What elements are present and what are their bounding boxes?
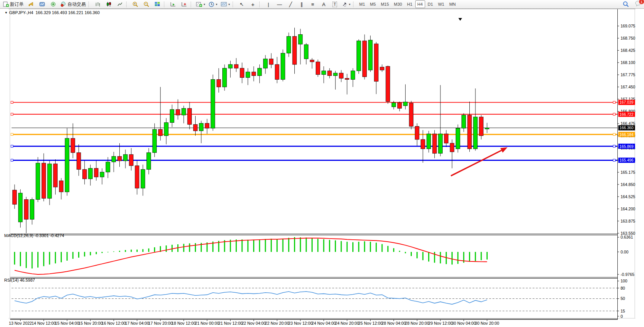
- timeframe-d1-button[interactable]: D1: [426, 0, 435, 8]
- indicators-button[interactable]: ▾: [194, 0, 207, 8]
- trendline-tool-button[interactable]: ╱: [285, 0, 296, 8]
- horizontal-line-icon: —: [277, 2, 282, 7]
- zoom-out-icon: [143, 2, 149, 7]
- toolbar-separator: [353, 2, 355, 7]
- timeframe-m1-button[interactable]: M1: [357, 0, 367, 8]
- vertical-line-icon: |: [268, 2, 269, 7]
- svg-text:80: 80: [620, 286, 625, 290]
- zoom-out-button[interactable]: [141, 0, 152, 8]
- timeframe-m15-button[interactable]: M15: [379, 0, 391, 8]
- chart-shift-icon: [181, 2, 187, 7]
- timeframe-m30-button[interactable]: M30: [392, 0, 404, 8]
- signal-icon: [50, 2, 56, 7]
- equidistant-channel-icon: ∥: [300, 2, 303, 7]
- channel-tool-button[interactable]: ∥: [296, 0, 307, 8]
- autotrading-icon: [60, 2, 66, 7]
- timeframe-w1-button[interactable]: W1: [436, 0, 447, 8]
- tile-windows-icon: [154, 2, 161, 7]
- arrows-tool-button[interactable]: ▾: [340, 0, 352, 8]
- mt4-window: 新订单 自动交易: [0, 0, 644, 327]
- auto-scroll-icon: [170, 2, 176, 7]
- fibonacci-tool-button[interactable]: ≡: [307, 0, 318, 8]
- chart-window: 169.075168.750168.425168.100167.775167.4…: [0, 9, 644, 327]
- signal-button[interactable]: [48, 0, 58, 8]
- autotrading-button[interactable]: 自动交易: [59, 0, 87, 8]
- timeframe-h4-button[interactable]: H4: [415, 0, 425, 8]
- toolbar-right-group: 1: [620, 0, 642, 8]
- svg-text:0: 0: [620, 314, 623, 319]
- fibonacci-icon: ≡: [311, 2, 314, 7]
- time-axis[interactable]: [0, 319, 626, 327]
- indicators-icon: [196, 2, 202, 7]
- new-order-icon: [3, 2, 9, 7]
- toolbar-separator: [259, 2, 261, 7]
- auto-scroll-button[interactable]: [168, 0, 178, 8]
- cursor-icon: ↖: [240, 2, 244, 7]
- periods-button[interactable]: ▾: [207, 0, 219, 8]
- tile-windows-button[interactable]: [152, 0, 163, 8]
- terminal-button[interactable]: [37, 0, 47, 8]
- arrow-shapes-icon: [342, 2, 347, 7]
- chevron-down-icon: ▾: [204, 3, 205, 6]
- trendline-icon: ╱: [289, 2, 292, 7]
- templates-icon: [221, 2, 227, 7]
- cursor-tool-button[interactable]: ↖: [236, 0, 247, 8]
- price-axis[interactable]: [626, 9, 644, 319]
- search-icon: [623, 1, 629, 7]
- terminal-icon: [39, 2, 45, 7]
- search-button[interactable]: [620, 0, 631, 8]
- clock-icon: [209, 2, 214, 7]
- svg-text:15: 15: [620, 309, 625, 313]
- notification-badge: 1: [639, 0, 644, 5]
- ohlc-readout: 166.329 166.493 166.221 166.360: [35, 10, 100, 15]
- autotrading-label: 自动交易: [67, 1, 86, 8]
- timeframe-m5-button[interactable]: M5: [368, 0, 378, 8]
- svg-text:50: 50: [620, 296, 625, 301]
- templates-button[interactable]: ▾: [219, 0, 231, 8]
- chart-title: ▼GBPJPY-,H4 166.329 166.493 166.221 166.…: [5, 10, 100, 15]
- toolbar-separator: [164, 2, 166, 7]
- toolbar-separator: [126, 2, 128, 7]
- chevron-down-icon: ▾: [349, 3, 350, 6]
- horn-icon: [28, 2, 34, 7]
- bar-chart-icon: [95, 2, 101, 7]
- collapse-triangle-icon[interactable]: ▼: [5, 11, 8, 14]
- bar-chart-button[interactable]: [92, 0, 103, 8]
- vertical-line-tool-button[interactable]: |: [263, 0, 274, 8]
- chat-button[interactable]: 1: [635, 0, 642, 8]
- text-icon: A: [322, 2, 326, 7]
- horn-button[interactable]: [26, 0, 36, 8]
- toolbar-separator: [233, 2, 234, 7]
- new-order-label: 新订单: [10, 1, 24, 8]
- timeframe-h1-button[interactable]: H1: [405, 0, 414, 8]
- chevron-down-icon: ▾: [216, 3, 217, 6]
- chevron-down-icon: ▾: [228, 3, 230, 6]
- chart-canvas[interactable]: 169.075168.750168.425168.100167.775167.4…: [0, 9, 644, 327]
- toolbar-separator: [191, 2, 193, 7]
- candlestick-chart-icon: [106, 2, 112, 7]
- timeframe-mn-button[interactable]: MN: [447, 0, 458, 8]
- candlestick-chart-button[interactable]: [103, 0, 114, 8]
- horizontal-line-tool-button[interactable]: —: [274, 0, 285, 8]
- symbol-period-label: GBPJPY-,H4: [9, 10, 33, 15]
- chart-shift-button[interactable]: [179, 0, 190, 8]
- crosshair-icon: +: [251, 2, 255, 7]
- text-label-icon: T: [332, 2, 337, 7]
- new-order-button[interactable]: 新订单: [2, 0, 25, 8]
- toolbar: 新订单 自动交易: [0, 0, 644, 9]
- toolbar-separator: [88, 2, 90, 7]
- zoom-in-button[interactable]: [130, 0, 141, 8]
- rsi-indicator-label: RSI(14) 46.5987: [4, 278, 35, 282]
- label-tool-button[interactable]: T: [329, 0, 340, 8]
- macd-indicator-label: MACD(12,26,9) -0.3301 -0.4274: [4, 233, 64, 238]
- line-chart-button[interactable]: [114, 0, 125, 8]
- line-chart-icon: [117, 2, 123, 7]
- text-tool-button[interactable]: A: [318, 0, 329, 8]
- crosshair-tool-button[interactable]: +: [247, 0, 258, 8]
- zoom-in-icon: [132, 2, 138, 7]
